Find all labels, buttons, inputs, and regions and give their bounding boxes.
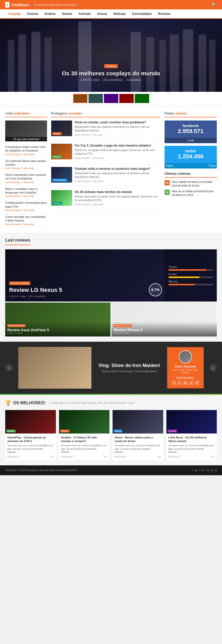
best-card-title-2[interactable]: Análise - O Galaxy S5 vale mesmo a compr… [61,436,108,443]
facebook-label: facebook [168,124,214,128]
post-title-2[interactable]: Far Cry 3: Zerando o jogo de uma maneira… [75,144,160,147]
footer-facebook-icon[interactable]: f [198,468,199,472]
noticia-text-2[interactable]: Mais de um bilhão de Android foram vendi… [172,190,217,197]
nav-item-noticias[interactable]: Notícias [110,9,129,18]
best-card-img-2[interactable]: Análise [59,410,110,434]
link-item-4[interactable]: Mitos e verdades sobre a terapeuqe você … [5,187,38,194]
best-header: 🏆 OS MELHORES! Confira agora os melhores… [5,400,217,406]
tweet-btn-left: Tweet [166,164,173,167]
link-item-5[interactable]: Configurações necessárias para jogar GTA [5,201,46,208]
post-title-3[interactable]: Youtube volta a mostrar os anúncios mais… [75,167,160,171]
hero-meta: 1.399.571 views 255 comentários Comparti… [0,79,222,81]
author-fb-icon[interactable]: f [172,381,176,385]
facebook-count: 2.959.571 [168,128,214,135]
post-badge-1: Análise [52,132,62,135]
thumb-3[interactable] [104,94,118,103]
link-item-3[interactable]: Dicas importantes para comprar um novo s… [5,173,46,180]
stat-screen: Screen [168,273,213,278]
review-small-1[interactable]: SMARTPHONES Review Asus ZenFone 5 1.389.… [5,303,110,336]
post-thumb-3[interactable]: Curiosidades [51,167,72,183]
thumb-5[interactable] [135,94,149,103]
links-list: Funcionários listam coisas ruins de trab… [5,143,47,227]
best-section-title: OS MELHORES! [13,401,45,405]
link-item-1[interactable]: Funcionários listam coisas ruins de trab… [5,145,46,152]
thumb-2[interactable] [89,94,103,103]
review-small-2[interactable]: SMARTPHONES Review iPhone 6 1.389.571 vi… [112,303,217,336]
links-image[interactable]: 30 app para download [5,121,47,141]
svg-rect-8 [170,34,179,92]
best-card-title-3[interactable]: Aviso - Novos vídeos para o canal em bre… [115,436,161,443]
footer-twitter-icon[interactable]: t [192,468,193,472]
best-card-title-1[interactable]: GamePlay - Como passar as missões do GTA… [7,436,54,443]
facebook-like-button[interactable]: Curtir [165,138,217,143]
footer-pinterest-icon[interactable]: p [215,468,217,472]
twitter-tweet-button[interactable]: Tweet Tweet [165,163,217,168]
best-card-text-2: Se assim como eu, você é um fandático po… [61,444,108,454]
post-meta-1: Paulo Ricardo | 1 dia atrás [75,134,160,136]
footer-google-icon[interactable]: G+ [201,468,205,472]
best-card-img-1[interactable]: Games [5,410,56,434]
best-card-content-4: Lista Nova - Os 30 melhores filmes assis… [166,434,217,460]
list-item: Como formatar seu computador e fazer bac… [5,213,47,227]
noticia-text-1[interactable]: Novo satélite da Nasa irá contribuir par… [172,180,217,188]
link-item-2[interactable]: Os melhores filmes para assistir sozinho [5,159,46,166]
social-section-title: Redes sociais [165,111,217,117]
author-tw-icon[interactable]: t [177,381,182,385]
post-meta-4: Paulo Ricardo | 7 dias atrás [75,203,160,206]
nav-item-curiosidades[interactable]: Curiosidades [129,9,155,18]
vlog-title: Vlog: Show do Iron Maiden! [97,363,162,368]
nav-item-cosplay[interactable]: Cosplay [5,9,24,19]
footer-rss-icon[interactable]: ⊕ [194,468,197,472]
author-profile-link[interactable]: Perfil Completo » [176,376,194,379]
post-item-1: Análise Vírus no celular, como resolver … [51,121,160,140]
review-main-meta: 1.399.571 views 255 comentários [9,295,161,298]
svg-rect-10 [198,34,206,92]
best-card-content-1: GamePlay - Como passar as missões do GTA… [5,434,56,460]
ultimas-noticias: Últimas notícias 01 Novo satélite da Nas… [165,172,217,197]
links-col: Links indicados 30 app para download Fun… [5,111,47,227]
post-title-1[interactable]: Vírus no celular, como resolver esse pro… [75,121,160,124]
hero-views: 1.399.571 views [80,79,99,81]
nav-item-reviews[interactable]: Reviews [155,9,174,18]
post-title-4[interactable]: Os 30 animais mais bonitos do mundo [75,190,160,194]
footer-linkedin-icon[interactable]: in [211,468,213,472]
post-badge-4: Animais [52,202,62,205]
hero-title: Os 30 melhores cosplays do mundo [0,70,222,77]
noticia-item-1: 01 Novo satélite da Nasa irá contribuir … [165,180,217,188]
link-item-6[interactable]: Como formatar seu computador e fazer bac… [5,215,46,222]
post-item-3: Curiosidades Youtube volta a mostrar os … [51,167,160,186]
nav-item-analise[interactable]: Análise [41,9,59,18]
post-thumb-4[interactable]: Animais [51,190,72,206]
hero-overlay: Cosplay Os 30 melhores cosplays do mundo… [0,64,222,81]
list-item: Mitos e verdades sobre a terapeuqe você … [5,185,47,200]
vlog-info: Vlog: Show do Iron Maiden! Novos vídeos … [97,363,162,373]
best-card-img-4[interactable]: Cinema [166,410,217,434]
nav-item-cinema[interactable]: Cinema [24,9,41,18]
vlog-content: Vlog: Show do Iron Maiden! Novos vídeos … [18,347,162,389]
search-icon[interactable]: 🔍 [212,2,217,7]
footer-mail-icon[interactable]: ✉ [207,468,209,472]
nav-item-avisos[interactable]: Avisos [94,9,110,18]
author-yt-icon[interactable]: ▶ [183,381,188,385]
post-text-3: Obviamente é fato que estamos vulnerávei… [75,172,160,179]
best-card-img-3[interactable]: Avisos [113,410,163,434]
author-in-icon[interactable]: in [195,381,199,385]
best-card-date-4: 06/02/2015 [168,455,180,458]
post-thumb-2[interactable]: Games [51,144,72,159]
thumb-1[interactable] [73,94,87,103]
nav-item-animals[interactable]: Animals [75,9,94,18]
best-card-title-4[interactable]: Lista Nova - Os 30 melhores filmes assis… [168,436,215,443]
review-stats: Games Screen Memory [165,249,217,302]
post-badge-2: Games [52,155,62,158]
links-image-label: 30 app para download [5,137,47,141]
thumb-4[interactable] [119,94,134,103]
nav-item-games[interactable]: Games [59,9,75,18]
vlog-next-button[interactable]: › [209,364,217,372]
noticia-num-2: 02 [165,190,170,195]
post-thumb-1[interactable]: Análise [51,121,72,136]
author-gp-icon[interactable]: g [189,381,194,385]
review-main[interactable]: SMARTPHONES Review LG Nexus 5 1.399.571 … [5,249,217,302]
review-small-content-2: SMARTPHONES Review iPhone 6 1.389.571 vi… [112,321,217,336]
logo-icon: i [5,2,9,8]
vlog-prev-button[interactable]: ‹ [5,364,13,372]
